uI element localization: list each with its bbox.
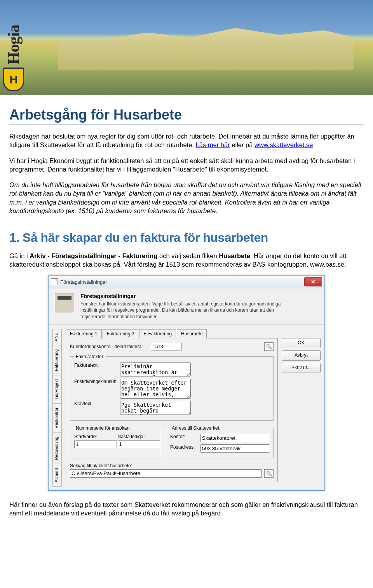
- tab-fakturering2[interactable]: Fakturering 2: [103, 329, 139, 338]
- sokvag-label: Sökväg till blankett husarbete:: [70, 463, 274, 468]
- nastalediga-input[interactable]: [118, 440, 160, 448]
- dialog-titlebar: Företagsinställningar ✕: [49, 276, 324, 288]
- dialog-header-title: Företagsinställningar: [80, 293, 298, 299]
- fakturatext-label: Fakturatext:: [74, 363, 117, 368]
- section-1-number: 1.: [9, 231, 23, 245]
- friskrivning-label: Friskrivningsklausul:: [74, 379, 117, 384]
- kontor-input[interactable]: [200, 434, 269, 442]
- section-1-title: Så här skapar du en faktura för husarbet…: [23, 231, 268, 245]
- header-banner: Hogia H: [0, 0, 373, 95]
- printer-icon: [55, 293, 74, 312]
- logo: Hogia H: [2, 0, 25, 95]
- intro-text-2: eller på: [232, 141, 254, 148]
- startvarde-input[interactable]: [74, 440, 117, 448]
- binoculars-icon[interactable]: 🔍: [264, 342, 274, 351]
- close-button[interactable]: ✕: [304, 277, 322, 286]
- footer-paragraph: Här finner du även förslag på de texter …: [9, 500, 364, 518]
- ok-button[interactable]: OOKK: [282, 338, 321, 348]
- nummerserie-legend: Nummerserie för ansökan:: [74, 425, 132, 431]
- tab-content-husarbete: Kundfordringskonto - delad faktura: 🔍 Fa…: [66, 338, 278, 482]
- adress-fieldset: Adress till Skatteverket: Kontor: Postad…: [166, 425, 274, 458]
- lead-bold-2: Husarbete: [219, 252, 250, 259]
- vtab-redovisning[interactable]: Redovisning: [52, 432, 62, 465]
- fakturatext-input[interactable]: Preliminär skattereduktion är avdragen p…: [120, 363, 191, 376]
- skatteverket-link[interactable]: www.skatteverket.se: [254, 141, 313, 148]
- lead-pre: Gå in i: [9, 252, 30, 259]
- postadress-label: Postadress:: [170, 444, 197, 450]
- dialog-buttons: OOKK Avbryt Skriv ut...: [282, 329, 321, 486]
- horizontal-tabs: Fakturering 1 Fakturering 2 E-Fakturerin…: [66, 329, 278, 338]
- logo-text: Hogia: [4, 25, 23, 64]
- kontor-label: Kontor:: [170, 434, 197, 439]
- nastalediga-label: Nästa lediga:: [118, 434, 157, 439]
- intro-paragraph: Riksdagen har beslutat om nya regler för…: [9, 132, 364, 149]
- vtab-tidprojekt[interactable]: Tid/Projekt: [52, 375, 62, 404]
- avbryt-button[interactable]: Avbryt: [282, 350, 321, 361]
- nummerserie-fieldset: Nummerserie för ansökan: Startvärde: Näs…: [70, 425, 161, 458]
- vtab-allmant[interactable]: Allmänt: [52, 464, 62, 487]
- browse-icon[interactable]: 🔍: [264, 469, 274, 478]
- section-1-lead: Gå in i Arkiv - Företagsinställningar - …: [9, 252, 364, 269]
- body-paragraph-1: Vi har i Hogia Ekonomi byggt ut funktion…: [9, 156, 364, 174]
- lead-bold-1: Arkiv - Företagsinställningar - Fakturer…: [30, 252, 157, 259]
- settings-dialog: Företagsinställningar ✕ Företagsinställn…: [48, 275, 325, 491]
- kravtext-input[interactable]: Pga Skatteverket nekat begärd utbetalnin…: [120, 401, 191, 415]
- tab-husarbete[interactable]: Husarbete: [177, 329, 207, 338]
- dialog-header-desc: Fönstret har flikar i vänsterkanten. Var…: [80, 301, 298, 320]
- kundfordring-input[interactable]: [151, 343, 182, 350]
- window-title: Företagsinställningar: [60, 279, 107, 285]
- vtab-fakturering[interactable]: Fakturering: [52, 345, 62, 375]
- adress-legend: Adress till Skatteverket:: [170, 425, 222, 431]
- postadress-input[interactable]: [200, 444, 269, 453]
- window-icon: [51, 278, 58, 285]
- vtab-anl[interactable]: ANL: [52, 329, 62, 345]
- fakturatexter-fieldset: Fakturatexter: Fakturatext: Preliminär s…: [70, 354, 274, 421]
- vertical-tabs: ANL Fakturering Tid/Projekt Reskontror R…: [52, 329, 62, 486]
- dialog-header: Företagsinställningar Fönstret har flika…: [49, 288, 324, 325]
- logo-shield-icon: H: [3, 68, 24, 91]
- body-paragraph-2-italic: Om du inte haft tilläggsmodulen för husa…: [9, 180, 364, 215]
- sokvag-input[interactable]: [70, 469, 262, 478]
- friskrivning-input[interactable]: Om Skatteverket efter begäran inte medge…: [120, 379, 191, 399]
- lead-mid: och välj sedan fliken: [157, 252, 219, 259]
- skrivut-button[interactable]: Skriv ut...: [282, 363, 321, 373]
- kravtext-label: Kravtext:: [74, 401, 117, 406]
- fakturatexter-legend: Fakturatexter:: [74, 354, 106, 359]
- page-title: Arbetsgång för Husarbete: [9, 107, 364, 125]
- tab-efakturering[interactable]: E-Fakturering: [139, 329, 176, 338]
- kundfordring-label: Kundfordringskonto - delad faktura:: [70, 344, 148, 349]
- section-1-heading: 1. Så här skapar du en faktura för husar…: [9, 231, 364, 245]
- vtab-reskontror[interactable]: Reskontror: [52, 403, 62, 433]
- read-more-link[interactable]: Läs mer här: [196, 141, 230, 148]
- tab-fakturering1[interactable]: Fakturering 1: [66, 329, 102, 338]
- startvarde-label: Startvärde:: [74, 434, 114, 439]
